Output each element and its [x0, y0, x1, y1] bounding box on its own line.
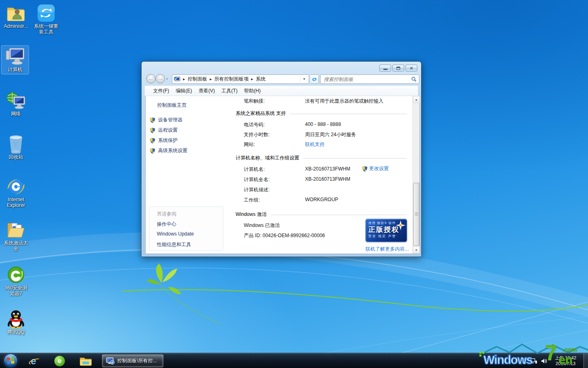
support-hours-label: 支持小时数: [244, 131, 270, 138]
sidebar-action-center[interactable]: 操作中心 [157, 221, 176, 228]
desktop-icon-recycle-bin[interactable]: 回收站 [2, 134, 29, 160]
sidebar-task-label: 系统保护 [158, 137, 178, 144]
address-dropdown-icon[interactable]: ▼ [300, 76, 307, 83]
desktop-icon-internet-explorer[interactable]: Internet Explorer [2, 177, 29, 209]
network-tray-icon[interactable] [530, 358, 537, 364]
sidebar-performance-tools[interactable]: 性能信息和工具 [157, 241, 191, 248]
website-label: 网站: [244, 141, 255, 148]
search-icon[interactable] [411, 76, 416, 82]
desktop-icon-network[interactable]: 网络 [2, 91, 29, 117]
genuine-microsoft-badge[interactable]: 使用 微软® 软件 正版授权 安全 稳定 声誉 [365, 219, 407, 242]
window-client-area: 控制面板主页 设备管理器 远程设置 [145, 96, 420, 254]
full-computer-name-label: 计算机全名: [244, 176, 270, 183]
menu-help[interactable]: 帮助(H) [241, 86, 264, 96]
sidebar-advanced-system-settings[interactable]: 高级系统设置 [150, 147, 187, 154]
maximize-button[interactable] [392, 65, 404, 72]
clock-time: 上午 10:42 [555, 355, 577, 361]
sidebar-remote-settings[interactable]: 远程设置 [150, 127, 178, 134]
computer-name-value: XB-20160713FWHM [305, 166, 350, 172]
full-computer-name-value: XB-20160713FWHM [305, 176, 350, 182]
360-browser-icon: e [54, 356, 65, 366]
see-also-box: 另请参阅 操作中心 Windows Update 性能信息和工具 [149, 206, 223, 251]
menu-edit[interactable]: 编辑(E) [172, 86, 195, 96]
desktop-icon-label: 网络 [2, 111, 29, 117]
uac-shield-icon [150, 128, 155, 133]
watermark-com-text: .com [563, 346, 577, 353]
refresh-button[interactable] [310, 74, 319, 84]
scrollbar-thumb[interactable] [413, 183, 419, 246]
computer-name-section-title: 计算机名称、域和工作组设置 [236, 155, 299, 162]
sidebar-task-label: 高级系统设置 [158, 147, 187, 154]
breadcrumb-arrow-icon: ▶ [183, 78, 185, 81]
desktop-icon-label: Internet Explorer [2, 197, 29, 209]
scroll-up-arrow[interactable]: ▲ [413, 96, 420, 103]
navigation-bar: ← → ▼ ▶ 控制面板 ▶ 所有控制面板项 ▶ 系统 ▼ [142, 73, 421, 85]
support-hours-value: 周日至周六 24小时服务 [305, 131, 356, 138]
desktop-icon-reinstall-tool[interactable]: 系统一键重装工具 [33, 3, 60, 35]
open-folder-documents-icon [6, 220, 26, 240]
desktop-icon-administrator[interactable]: Administr... [2, 3, 29, 29]
online-support-link[interactable]: 联机支持 [305, 141, 325, 148]
refresh-icon [312, 76, 317, 82]
sidebar-device-manager[interactable]: 设备管理器 [150, 117, 183, 123]
workgroup-label: 工作组: [244, 197, 260, 204]
breadcrumb-control-panel[interactable]: 控制面板 [187, 76, 207, 83]
desktop-icon-label: 回收站 [2, 155, 29, 160]
taskbar-ie-button[interactable]: e [25, 355, 42, 367]
breadcrumb-system[interactable]: 系统 [256, 76, 265, 83]
close-icon: × [410, 65, 413, 71]
see-also-title: 另请参阅 [157, 211, 176, 218]
desktop-icon-activation-collection[interactable]: 系统激活大全 [2, 220, 29, 252]
start-button[interactable] [4, 354, 18, 368]
menu-tools[interactable]: 工具(T) [218, 86, 241, 96]
volume-tray-icon[interactable] [541, 358, 547, 364]
uac-shield-icon [362, 166, 368, 172]
desktop-icon-label: 计算机 [2, 67, 29, 73]
phone-label: 电话号码: [244, 121, 265, 128]
learn-more-online-link[interactable]: 联机了解更多内容... [365, 246, 409, 253]
system-content-pane: 笔和触摸: 没有可用于此显示器的笔或触控输入 系统之家精品系统 支持 电话号码:… [227, 96, 412, 254]
phone-value: 400 - 888 - 8888 [305, 121, 341, 127]
active-task-label: 控制面板\所有控... [117, 357, 157, 364]
desktop: Administr... 系统一键重装工具 计算机 [0, 0, 588, 368]
vertical-scrollbar[interactable]: ▲ ▼ [412, 96, 419, 254]
sidebar-system-protection[interactable]: 系统保护 [150, 137, 178, 144]
desktop-icon-qq[interactable]: 腾讯QQ [2, 309, 29, 335]
desktop-icon-360-browser[interactable]: 360安全浏览器7 [2, 265, 29, 297]
breadcrumb-all-items[interactable]: 所有控制面板项 [214, 76, 249, 83]
activation-section-title: Windows 激活 [236, 211, 267, 218]
taskbar-active-window-button[interactable]: 控制面板\所有控... [102, 355, 163, 367]
desktop-icon-label: 系统激活大全 [2, 240, 29, 252]
address-bar[interactable]: ▶ 控制面板 ▶ 所有控制面板项 ▶ 系统 ▼ [172, 74, 309, 84]
product-id: 产品 ID: 00426-OEM-8992662-00006 [244, 232, 325, 239]
search-input[interactable] [323, 76, 411, 83]
change-settings-link[interactable]: 更改设置 [369, 165, 389, 172]
scroll-down-arrow[interactable]: ▼ [413, 247, 420, 254]
ie-icon [6, 177, 26, 196]
pen-touch-label: 笔和触摸: [244, 98, 265, 105]
desktop-icon-computer[interactable]: 计算机 [2, 46, 29, 74]
action-center-flag-icon[interactable] [519, 357, 527, 365]
taskbar-clock[interactable]: 上午 10:42 2016/7/13 [549, 353, 582, 368]
show-desktop-button[interactable] [584, 353, 588, 368]
menu-view[interactable]: 查看(V) [195, 86, 218, 96]
back-button[interactable]: ← [146, 74, 156, 83]
sidebar-control-panel-home[interactable]: 控制面板主页 [157, 102, 187, 109]
menu-bar: 文件(F) 编辑(E) 查看(V) 工具(T) 帮助(H) [145, 85, 418, 96]
desktop-icon-label: 系统一键重装工具 [33, 24, 60, 35]
caption-buttons: × [379, 65, 417, 72]
badge-star-icon [395, 220, 406, 231]
change-settings[interactable]: 更改设置 [362, 165, 389, 172]
menu-file[interactable]: 文件(F) [150, 86, 172, 96]
recent-pages-chevron[interactable]: ▼ [165, 77, 169, 81]
taskbar-explorer-button[interactable] [78, 355, 94, 367]
sidebar-windows-update[interactable]: Windows Update [157, 231, 194, 237]
forward-button[interactable]: → [156, 74, 165, 83]
pen-touch-value: 没有可用于此显示器的笔或触控输入 [305, 98, 383, 105]
taskbar-360-browser-button[interactable]: e [51, 355, 68, 367]
sidebar-task-label: 远程设置 [158, 127, 178, 134]
notification-area [519, 353, 547, 368]
close-button[interactable]: × [405, 65, 417, 72]
windows-logo-icon [7, 357, 15, 364]
minimize-button[interactable] [379, 65, 391, 72]
